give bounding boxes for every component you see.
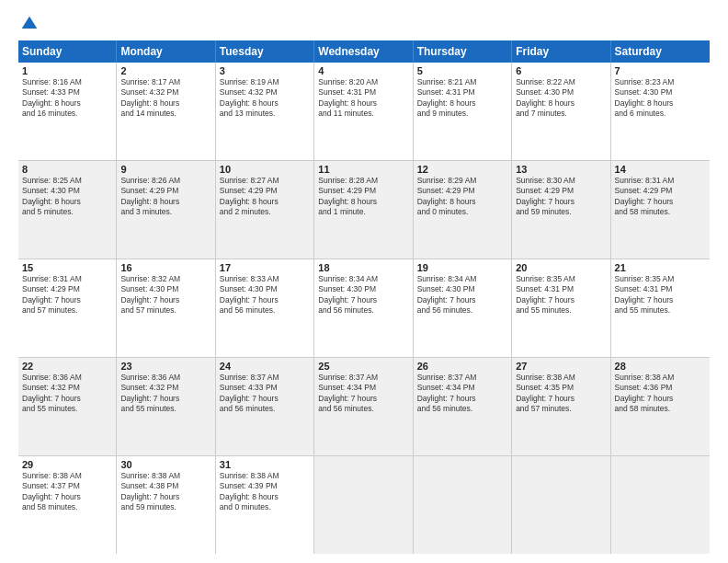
cell-content: Sunrise: 8:35 AM Sunset: 4:31 PM Dayligh…: [516, 274, 606, 316]
cell-content: Sunrise: 8:38 AM Sunset: 4:35 PM Dayligh…: [516, 373, 606, 415]
day-number: 12: [417, 164, 507, 175]
cal-cell: 14Sunrise: 8:31 AM Sunset: 4:29 PM Dayli…: [611, 161, 710, 259]
cal-cell: 4Sunrise: 8:20 AM Sunset: 4:31 PM Daylig…: [314, 63, 413, 160]
cal-row: 15Sunrise: 8:31 AM Sunset: 4:29 PM Dayli…: [18, 259, 710, 358]
cell-content: Sunrise: 8:37 AM Sunset: 4:34 PM Dayligh…: [417, 373, 507, 415]
page: SundayMondayTuesdayWednesdayThursdayFrid…: [0, 0, 728, 563]
day-number: 16: [120, 262, 210, 273]
cell-content: Sunrise: 8:19 AM Sunset: 4:32 PM Dayligh…: [220, 77, 310, 120]
day-number: 8: [22, 164, 112, 175]
day-number: 29: [22, 459, 112, 470]
cal-cell: 8Sunrise: 8:25 AM Sunset: 4:30 PM Daylig…: [18, 161, 117, 259]
cell-content: Sunrise: 8:33 AM Sunset: 4:30 PM Dayligh…: [220, 274, 310, 316]
day-number: 4: [318, 65, 408, 76]
cal-row: 8Sunrise: 8:25 AM Sunset: 4:30 PM Daylig…: [18, 161, 710, 259]
cal-cell: 9Sunrise: 8:26 AM Sunset: 4:29 PM Daylig…: [117, 161, 215, 259]
cell-content: Sunrise: 8:35 AM Sunset: 4:31 PM Dayligh…: [615, 274, 706, 316]
cal-cell: 21Sunrise: 8:35 AM Sunset: 4:31 PM Dayli…: [611, 259, 710, 357]
day-number: 26: [417, 361, 507, 372]
cell-content: Sunrise: 8:25 AM Sunset: 4:30 PM Dayligh…: [22, 176, 112, 218]
cell-content: Sunrise: 8:38 AM Sunset: 4:36 PM Dayligh…: [615, 373, 706, 415]
cell-content: Sunrise: 8:37 AM Sunset: 4:34 PM Dayligh…: [318, 373, 408, 415]
svg-marker-0: [22, 17, 38, 29]
cal-cell: [314, 456, 413, 554]
cal-header-day: Monday: [117, 40, 215, 63]
cal-row: 29Sunrise: 8:38 AM Sunset: 4:37 PM Dayli…: [18, 456, 710, 554]
day-number: 2: [120, 65, 210, 76]
calendar: SundayMondayTuesdayWednesdayThursdayFrid…: [18, 40, 710, 554]
cal-cell: 22Sunrise: 8:36 AM Sunset: 4:32 PM Dayli…: [18, 358, 117, 455]
cal-cell: 11Sunrise: 8:28 AM Sunset: 4:29 PM Dayli…: [314, 161, 413, 259]
cell-content: Sunrise: 8:38 AM Sunset: 4:38 PM Dayligh…: [120, 471, 210, 513]
day-number: 22: [22, 361, 112, 372]
cal-header-day: Thursday: [414, 40, 512, 63]
cell-content: Sunrise: 8:36 AM Sunset: 4:32 PM Dayligh…: [120, 373, 210, 415]
cal-cell: 13Sunrise: 8:30 AM Sunset: 4:29 PM Dayli…: [512, 161, 610, 259]
cell-content: Sunrise: 8:22 AM Sunset: 4:30 PM Dayligh…: [516, 77, 606, 120]
logo: [18, 15, 39, 33]
cal-cell: 12Sunrise: 8:29 AM Sunset: 4:29 PM Dayli…: [414, 161, 512, 259]
cal-cell: 25Sunrise: 8:37 AM Sunset: 4:34 PM Dayli…: [314, 358, 413, 455]
day-number: 6: [516, 65, 606, 76]
day-number: 17: [220, 262, 310, 273]
cal-header-day: Wednesday: [314, 40, 413, 63]
cell-content: Sunrise: 8:34 AM Sunset: 4:30 PM Dayligh…: [318, 274, 408, 316]
cell-content: Sunrise: 8:38 AM Sunset: 4:37 PM Dayligh…: [22, 471, 112, 513]
cell-content: Sunrise: 8:28 AM Sunset: 4:29 PM Dayligh…: [318, 176, 408, 218]
day-number: 21: [615, 262, 706, 273]
cal-header-day: Sunday: [18, 40, 117, 63]
cell-content: Sunrise: 8:31 AM Sunset: 4:29 PM Dayligh…: [22, 274, 112, 316]
day-number: 31: [220, 459, 310, 470]
cal-cell: 7Sunrise: 8:23 AM Sunset: 4:30 PM Daylig…: [611, 63, 710, 160]
cal-cell: 29Sunrise: 8:38 AM Sunset: 4:37 PM Dayli…: [18, 456, 117, 554]
cal-header-day: Friday: [512, 40, 610, 63]
cal-cell: 23Sunrise: 8:36 AM Sunset: 4:32 PM Dayli…: [117, 358, 215, 455]
day-number: 5: [417, 65, 507, 76]
cal-cell: 31Sunrise: 8:38 AM Sunset: 4:39 PM Dayli…: [216, 456, 314, 554]
cal-cell: 24Sunrise: 8:37 AM Sunset: 4:33 PM Dayli…: [216, 358, 314, 455]
cal-cell: [611, 456, 710, 554]
cell-content: Sunrise: 8:34 AM Sunset: 4:30 PM Dayligh…: [417, 274, 507, 316]
cell-content: Sunrise: 8:23 AM Sunset: 4:30 PM Dayligh…: [615, 77, 706, 120]
day-number: 23: [120, 361, 210, 372]
cell-content: Sunrise: 8:21 AM Sunset: 4:31 PM Dayligh…: [417, 77, 507, 120]
calendar-header: SundayMondayTuesdayWednesdayThursdayFrid…: [18, 40, 710, 63]
cal-header-day: Saturday: [611, 40, 710, 63]
day-number: 24: [220, 361, 310, 372]
cell-content: Sunrise: 8:38 AM Sunset: 4:39 PM Dayligh…: [220, 471, 310, 513]
logo-icon: [20, 15, 39, 33]
day-number: 28: [615, 361, 706, 372]
day-number: 20: [516, 262, 606, 273]
cal-cell: 27Sunrise: 8:38 AM Sunset: 4:35 PM Dayli…: [512, 358, 610, 455]
cal-cell: 1Sunrise: 8:16 AM Sunset: 4:33 PM Daylig…: [18, 63, 117, 160]
day-number: 19: [417, 262, 507, 273]
cell-content: Sunrise: 8:29 AM Sunset: 4:29 PM Dayligh…: [417, 176, 507, 218]
cal-cell: 10Sunrise: 8:27 AM Sunset: 4:29 PM Dayli…: [216, 161, 314, 259]
cal-cell: 20Sunrise: 8:35 AM Sunset: 4:31 PM Dayli…: [512, 259, 610, 357]
cal-cell: 5Sunrise: 8:21 AM Sunset: 4:31 PM Daylig…: [414, 63, 512, 160]
cell-content: Sunrise: 8:30 AM Sunset: 4:29 PM Dayligh…: [516, 176, 606, 218]
cal-cell: 3Sunrise: 8:19 AM Sunset: 4:32 PM Daylig…: [216, 63, 314, 160]
day-number: 10: [220, 164, 310, 175]
cell-content: Sunrise: 8:16 AM Sunset: 4:33 PM Dayligh…: [22, 77, 112, 120]
day-number: 11: [318, 164, 408, 175]
cal-cell: [512, 456, 610, 554]
cal-cell: [414, 456, 512, 554]
cal-cell: 28Sunrise: 8:38 AM Sunset: 4:36 PM Dayli…: [611, 358, 710, 455]
cal-cell: 19Sunrise: 8:34 AM Sunset: 4:30 PM Dayli…: [414, 259, 512, 357]
cell-content: Sunrise: 8:20 AM Sunset: 4:31 PM Dayligh…: [318, 77, 408, 120]
day-number: 14: [615, 164, 706, 175]
cal-cell: 17Sunrise: 8:33 AM Sunset: 4:30 PM Dayli…: [216, 259, 314, 357]
cell-content: Sunrise: 8:31 AM Sunset: 4:29 PM Dayligh…: [615, 176, 706, 218]
cal-cell: 16Sunrise: 8:32 AM Sunset: 4:30 PM Dayli…: [117, 259, 215, 357]
day-number: 27: [516, 361, 606, 372]
cell-content: Sunrise: 8:17 AM Sunset: 4:32 PM Dayligh…: [120, 77, 210, 120]
header: [18, 15, 710, 33]
cal-cell: 6Sunrise: 8:22 AM Sunset: 4:30 PM Daylig…: [512, 63, 610, 160]
calendar-body: 1Sunrise: 8:16 AM Sunset: 4:33 PM Daylig…: [18, 63, 710, 554]
day-number: 30: [120, 459, 210, 470]
cal-cell: 26Sunrise: 8:37 AM Sunset: 4:34 PM Dayli…: [414, 358, 512, 455]
cal-row: 1Sunrise: 8:16 AM Sunset: 4:33 PM Daylig…: [18, 63, 710, 161]
cal-row: 22Sunrise: 8:36 AM Sunset: 4:32 PM Dayli…: [18, 358, 710, 456]
day-number: 25: [318, 361, 408, 372]
